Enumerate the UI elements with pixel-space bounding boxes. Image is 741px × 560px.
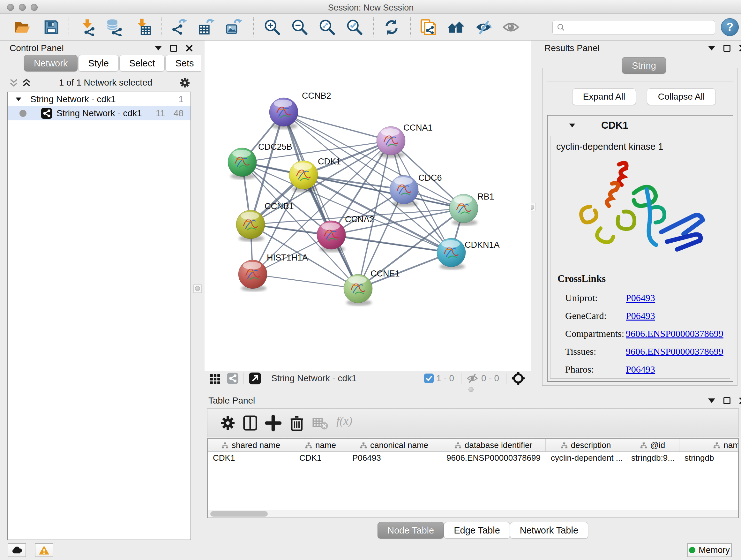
panel-close-icon[interactable] xyxy=(739,44,741,52)
show-columns-icon[interactable] xyxy=(241,414,259,432)
network-view-title: String Network - cdk1 xyxy=(271,373,423,383)
panel-float-icon[interactable] xyxy=(724,45,731,52)
crosslink-value-link[interactable]: 9606.ENSP00000378699 xyxy=(626,346,724,357)
pan-crosshair-icon[interactable] xyxy=(511,371,526,386)
import-network-from-file-icon[interactable] xyxy=(79,18,97,36)
zoom-out-icon[interactable] xyxy=(291,18,309,36)
export-network-icon[interactable] xyxy=(170,18,188,36)
panel-float-icon[interactable] xyxy=(724,397,731,404)
gear-icon[interactable] xyxy=(179,76,191,89)
network-edge-CCNB2-CCNA1[interactable] xyxy=(284,112,391,141)
title-bar: Session: New Session xyxy=(0,0,741,14)
delete-column-trash-icon[interactable] xyxy=(288,414,306,432)
scrollbar-thumb[interactable] xyxy=(210,511,268,516)
zoom-in-icon[interactable] xyxy=(263,18,281,36)
entry-expand-icon[interactable] xyxy=(569,124,576,127)
warnings-button[interactable] xyxy=(35,543,53,557)
network-collection-row[interactable]: String Network - cdk1 1 xyxy=(8,92,191,106)
network-edge-CCNB2-RB1[interactable] xyxy=(284,112,464,208)
show-hidden-icon[interactable] xyxy=(502,18,520,36)
panel-close-icon[interactable] xyxy=(185,44,193,52)
gene-entry-header[interactable]: CDK1 xyxy=(548,116,733,135)
selected-checkbox-icon[interactable] xyxy=(424,374,434,383)
table-cell: cyclin-dependent ... xyxy=(546,452,626,464)
panel-menu-icon[interactable] xyxy=(708,398,715,403)
expand-all-icon[interactable] xyxy=(20,76,33,89)
import-network-from-database-icon[interactable] xyxy=(106,18,124,36)
zoom-selected-icon[interactable] xyxy=(346,18,363,36)
control-panel-title: Control Panel xyxy=(10,43,64,53)
memory-button[interactable]: Memory xyxy=(687,543,732,557)
tab-string[interactable]: String xyxy=(622,57,666,74)
column-header-shared-name[interactable]: shared name xyxy=(208,439,294,451)
cloud-status-button[interactable] xyxy=(8,543,26,557)
crosslink-label: Tissues: xyxy=(565,346,626,357)
crosslink-value-link[interactable]: 9606.ENSP00000378699 xyxy=(626,328,724,339)
add-column-icon[interactable] xyxy=(264,414,282,432)
search-input[interactable] xyxy=(569,23,709,33)
node-label-CCNB2: CCNB2 xyxy=(302,91,331,101)
collapse-all-icon[interactable] xyxy=(7,76,20,89)
panel-menu-icon[interactable] xyxy=(708,46,715,51)
tab-node-table[interactable]: Node Table xyxy=(378,522,444,539)
results-list: CDK1 cyclin-dependent kinase 1 xyxy=(547,115,733,382)
hide-selected-icon[interactable] xyxy=(475,18,492,36)
network-edge-HIST1H1A-CCNE1[interactable] xyxy=(253,274,358,289)
table-panel-title: Table Panel xyxy=(208,395,255,406)
save-session-icon[interactable] xyxy=(43,18,60,36)
panel-float-icon[interactable] xyxy=(170,45,177,52)
network-row[interactable]: String Network - cdk1 11 48 xyxy=(8,106,191,120)
left-splitter[interactable] xyxy=(201,41,205,386)
import-table-from-file-icon[interactable] xyxy=(134,18,152,36)
column-header-namespace[interactable]: namespace xyxy=(679,439,739,451)
clone-network-icon[interactable] xyxy=(419,18,437,36)
collection-expand-icon[interactable] xyxy=(16,98,21,101)
tab-edge-table[interactable]: Edge Table xyxy=(444,522,510,539)
network-thumbnail-icon[interactable] xyxy=(226,372,239,385)
help-label: ? xyxy=(726,20,733,34)
crosslink-value-link[interactable]: P06493 xyxy=(626,293,655,303)
horizontal-splitter-handle[interactable] xyxy=(467,385,475,394)
open-in-window-icon[interactable] xyxy=(248,372,262,385)
table-horizontal-scrollbar[interactable] xyxy=(208,510,738,517)
crosslink-value-link[interactable]: P06493 xyxy=(626,364,655,375)
tab-network[interactable]: Network xyxy=(24,55,77,71)
right-splitter[interactable] xyxy=(531,41,540,386)
column-header-name[interactable]: name xyxy=(294,439,347,451)
tab-sets[interactable]: Sets xyxy=(165,55,204,71)
delete-table-icon[interactable] xyxy=(312,414,329,432)
export-table-icon[interactable] xyxy=(197,18,215,36)
collapse-all-button[interactable]: Collapse All xyxy=(647,88,716,105)
help-button[interactable]: ? xyxy=(721,18,739,36)
tab-select[interactable]: Select xyxy=(119,55,165,71)
table-header-row: shared namenamecanonical namedatabase id… xyxy=(208,439,738,452)
show-all-icon[interactable] xyxy=(447,18,465,36)
memory-label: Memory xyxy=(698,545,730,555)
node-label-CDKN1A: CDKN1A xyxy=(465,240,500,250)
grid-view-icon[interactable] xyxy=(209,372,221,384)
crosslink-row: Pharos:P06493 xyxy=(565,361,726,378)
function-builder-button[interactable]: f(x) xyxy=(336,414,365,432)
left-splitter-handle[interactable] xyxy=(193,285,202,293)
panel-menu-icon[interactable] xyxy=(155,46,162,51)
network-canvas[interactable]: CCNB2CCNA1CDC25BCDK1CDC6RB1CCNB1CCNA2CDK… xyxy=(205,41,531,371)
column-header-@id[interactable]: @id xyxy=(626,439,679,451)
tab-style[interactable]: Style xyxy=(78,55,118,71)
column-header-database-identifier[interactable]: database identifier xyxy=(441,439,546,451)
open-session-icon[interactable] xyxy=(13,18,31,36)
tab-network-table[interactable]: Network Table xyxy=(510,522,588,539)
crosslink-value-link[interactable]: P06493 xyxy=(626,310,655,321)
network-selection-row: 1 of 1 Network selected xyxy=(7,74,191,91)
export-image-icon[interactable] xyxy=(224,18,242,36)
table-cell: CDK1 xyxy=(294,452,347,464)
expand-all-button[interactable]: Expand All xyxy=(572,88,636,105)
table-row[interactable]: CDK1CDK1P064939606.ENSP00000378699cyclin… xyxy=(208,452,738,464)
zoom-fit-content-icon[interactable] xyxy=(318,18,336,36)
panel-close-icon[interactable] xyxy=(739,397,741,405)
refresh-view-icon[interactable] xyxy=(383,18,401,36)
hidden-eye-icon[interactable] xyxy=(466,372,479,385)
table-settings-gear-icon[interactable] xyxy=(219,414,237,432)
column-header-canonical-name[interactable]: canonical name xyxy=(347,439,441,451)
column-header-description[interactable]: description xyxy=(546,439,626,451)
crosslink-row: GeneCard:P06493 xyxy=(565,307,726,325)
